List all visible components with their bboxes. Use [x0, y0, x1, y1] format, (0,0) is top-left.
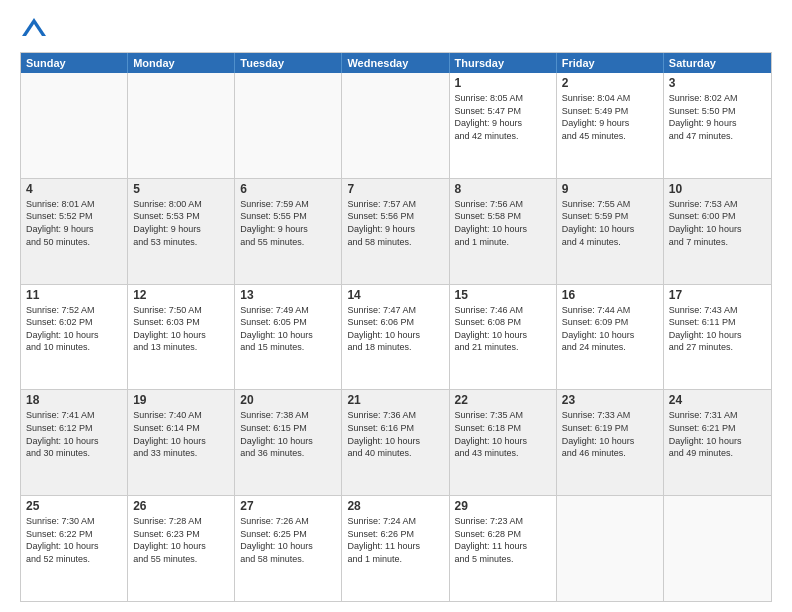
day-info: Sunrise: 7:52 AM Sunset: 6:02 PM Dayligh…: [26, 304, 122, 354]
calendar-cell: 7Sunrise: 7:57 AM Sunset: 5:56 PM Daylig…: [342, 179, 449, 284]
day-number: 19: [133, 393, 229, 407]
calendar-cell: 9Sunrise: 7:55 AM Sunset: 5:59 PM Daylig…: [557, 179, 664, 284]
calendar-cell: 6Sunrise: 7:59 AM Sunset: 5:55 PM Daylig…: [235, 179, 342, 284]
day-number: 13: [240, 288, 336, 302]
day-info: Sunrise: 7:26 AM Sunset: 6:25 PM Dayligh…: [240, 515, 336, 565]
calendar-cell: 15Sunrise: 7:46 AM Sunset: 6:08 PM Dayli…: [450, 285, 557, 390]
day-info: Sunrise: 7:47 AM Sunset: 6:06 PM Dayligh…: [347, 304, 443, 354]
calendar-row: 18Sunrise: 7:41 AM Sunset: 6:12 PM Dayli…: [21, 390, 771, 496]
day-number: 4: [26, 182, 122, 196]
day-number: 8: [455, 182, 551, 196]
weekday-header: Thursday: [450, 53, 557, 73]
calendar-cell: 5Sunrise: 8:00 AM Sunset: 5:53 PM Daylig…: [128, 179, 235, 284]
day-info: Sunrise: 7:43 AM Sunset: 6:11 PM Dayligh…: [669, 304, 766, 354]
day-info: Sunrise: 7:44 AM Sunset: 6:09 PM Dayligh…: [562, 304, 658, 354]
weekday-header: Tuesday: [235, 53, 342, 73]
day-info: Sunrise: 8:01 AM Sunset: 5:52 PM Dayligh…: [26, 198, 122, 248]
calendar-cell: [128, 73, 235, 178]
day-info: Sunrise: 7:55 AM Sunset: 5:59 PM Dayligh…: [562, 198, 658, 248]
weekday-header: Monday: [128, 53, 235, 73]
weekday-header: Wednesday: [342, 53, 449, 73]
calendar-cell: 24Sunrise: 7:31 AM Sunset: 6:21 PM Dayli…: [664, 390, 771, 495]
day-number: 10: [669, 182, 766, 196]
day-info: Sunrise: 7:28 AM Sunset: 6:23 PM Dayligh…: [133, 515, 229, 565]
day-info: Sunrise: 7:53 AM Sunset: 6:00 PM Dayligh…: [669, 198, 766, 248]
calendar-cell: 21Sunrise: 7:36 AM Sunset: 6:16 PM Dayli…: [342, 390, 449, 495]
day-number: 28: [347, 499, 443, 513]
day-info: Sunrise: 7:40 AM Sunset: 6:14 PM Dayligh…: [133, 409, 229, 459]
day-info: Sunrise: 8:05 AM Sunset: 5:47 PM Dayligh…: [455, 92, 551, 142]
day-number: 2: [562, 76, 658, 90]
day-number: 11: [26, 288, 122, 302]
day-number: 21: [347, 393, 443, 407]
day-info: Sunrise: 7:56 AM Sunset: 5:58 PM Dayligh…: [455, 198, 551, 248]
calendar-cell: 16Sunrise: 7:44 AM Sunset: 6:09 PM Dayli…: [557, 285, 664, 390]
calendar-cell: 17Sunrise: 7:43 AM Sunset: 6:11 PM Dayli…: [664, 285, 771, 390]
calendar-row: 25Sunrise: 7:30 AM Sunset: 6:22 PM Dayli…: [21, 496, 771, 601]
calendar: SundayMondayTuesdayWednesdayThursdayFrid…: [20, 52, 772, 602]
calendar-row: 11Sunrise: 7:52 AM Sunset: 6:02 PM Dayli…: [21, 285, 771, 391]
day-number: 7: [347, 182, 443, 196]
calendar-body: 1Sunrise: 8:05 AM Sunset: 5:47 PM Daylig…: [21, 73, 771, 601]
calendar-cell: 22Sunrise: 7:35 AM Sunset: 6:18 PM Dayli…: [450, 390, 557, 495]
calendar-cell: 13Sunrise: 7:49 AM Sunset: 6:05 PM Dayli…: [235, 285, 342, 390]
day-info: Sunrise: 7:36 AM Sunset: 6:16 PM Dayligh…: [347, 409, 443, 459]
day-number: 9: [562, 182, 658, 196]
calendar-cell: [557, 496, 664, 601]
logo-icon: [20, 16, 48, 44]
day-info: Sunrise: 7:59 AM Sunset: 5:55 PM Dayligh…: [240, 198, 336, 248]
day-number: 12: [133, 288, 229, 302]
calendar-cell: 3Sunrise: 8:02 AM Sunset: 5:50 PM Daylig…: [664, 73, 771, 178]
day-number: 3: [669, 76, 766, 90]
day-number: 14: [347, 288, 443, 302]
day-number: 1: [455, 76, 551, 90]
day-info: Sunrise: 7:57 AM Sunset: 5:56 PM Dayligh…: [347, 198, 443, 248]
day-info: Sunrise: 7:33 AM Sunset: 6:19 PM Dayligh…: [562, 409, 658, 459]
day-info: Sunrise: 8:00 AM Sunset: 5:53 PM Dayligh…: [133, 198, 229, 248]
day-info: Sunrise: 8:02 AM Sunset: 5:50 PM Dayligh…: [669, 92, 766, 142]
day-info: Sunrise: 7:30 AM Sunset: 6:22 PM Dayligh…: [26, 515, 122, 565]
calendar-cell: 1Sunrise: 8:05 AM Sunset: 5:47 PM Daylig…: [450, 73, 557, 178]
calendar-cell: 23Sunrise: 7:33 AM Sunset: 6:19 PM Dayli…: [557, 390, 664, 495]
day-number: 24: [669, 393, 766, 407]
day-number: 26: [133, 499, 229, 513]
calendar-cell: [342, 73, 449, 178]
weekday-header: Saturday: [664, 53, 771, 73]
calendar-cell: [21, 73, 128, 178]
calendar-cell: 14Sunrise: 7:47 AM Sunset: 6:06 PM Dayli…: [342, 285, 449, 390]
day-number: 6: [240, 182, 336, 196]
calendar-cell: 2Sunrise: 8:04 AM Sunset: 5:49 PM Daylig…: [557, 73, 664, 178]
day-number: 17: [669, 288, 766, 302]
day-info: Sunrise: 7:31 AM Sunset: 6:21 PM Dayligh…: [669, 409, 766, 459]
calendar-cell: 20Sunrise: 7:38 AM Sunset: 6:15 PM Dayli…: [235, 390, 342, 495]
day-info: Sunrise: 7:46 AM Sunset: 6:08 PM Dayligh…: [455, 304, 551, 354]
day-info: Sunrise: 7:35 AM Sunset: 6:18 PM Dayligh…: [455, 409, 551, 459]
day-number: 20: [240, 393, 336, 407]
day-info: Sunrise: 7:23 AM Sunset: 6:28 PM Dayligh…: [455, 515, 551, 565]
calendar-cell: [664, 496, 771, 601]
calendar-cell: 28Sunrise: 7:24 AM Sunset: 6:26 PM Dayli…: [342, 496, 449, 601]
calendar-cell: 19Sunrise: 7:40 AM Sunset: 6:14 PM Dayli…: [128, 390, 235, 495]
day-number: 18: [26, 393, 122, 407]
calendar-cell: 8Sunrise: 7:56 AM Sunset: 5:58 PM Daylig…: [450, 179, 557, 284]
day-number: 16: [562, 288, 658, 302]
calendar-row: 4Sunrise: 8:01 AM Sunset: 5:52 PM Daylig…: [21, 179, 771, 285]
day-info: Sunrise: 8:04 AM Sunset: 5:49 PM Dayligh…: [562, 92, 658, 142]
calendar-header: SundayMondayTuesdayWednesdayThursdayFrid…: [21, 53, 771, 73]
page-header: [20, 16, 772, 44]
calendar-cell: [235, 73, 342, 178]
calendar-row: 1Sunrise: 8:05 AM Sunset: 5:47 PM Daylig…: [21, 73, 771, 179]
day-number: 5: [133, 182, 229, 196]
calendar-cell: 25Sunrise: 7:30 AM Sunset: 6:22 PM Dayli…: [21, 496, 128, 601]
calendar-cell: 27Sunrise: 7:26 AM Sunset: 6:25 PM Dayli…: [235, 496, 342, 601]
day-info: Sunrise: 7:50 AM Sunset: 6:03 PM Dayligh…: [133, 304, 229, 354]
day-info: Sunrise: 7:49 AM Sunset: 6:05 PM Dayligh…: [240, 304, 336, 354]
calendar-cell: 26Sunrise: 7:28 AM Sunset: 6:23 PM Dayli…: [128, 496, 235, 601]
day-number: 15: [455, 288, 551, 302]
day-number: 29: [455, 499, 551, 513]
day-number: 27: [240, 499, 336, 513]
calendar-cell: 29Sunrise: 7:23 AM Sunset: 6:28 PM Dayli…: [450, 496, 557, 601]
logo: [20, 16, 52, 44]
calendar-cell: 11Sunrise: 7:52 AM Sunset: 6:02 PM Dayli…: [21, 285, 128, 390]
day-info: Sunrise: 7:38 AM Sunset: 6:15 PM Dayligh…: [240, 409, 336, 459]
